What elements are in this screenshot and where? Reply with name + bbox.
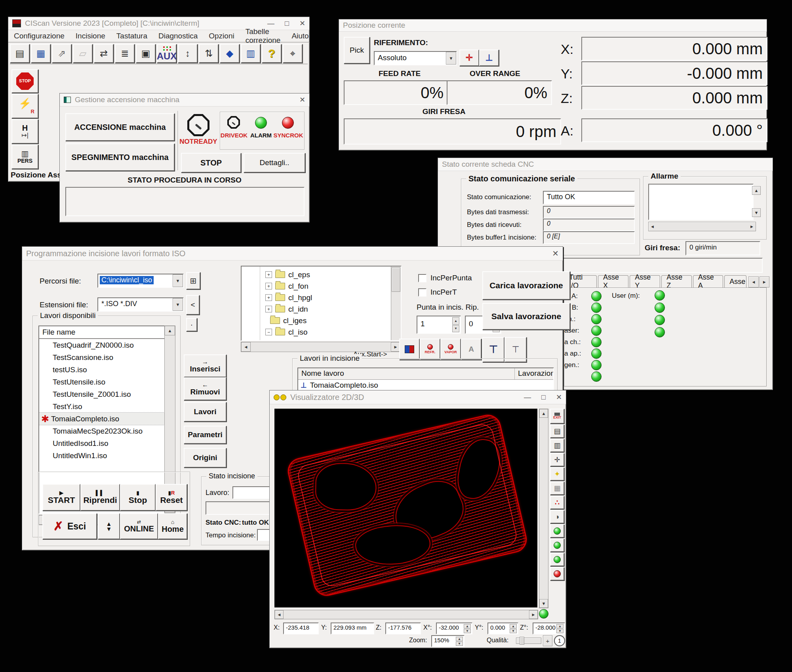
parametri-button[interactable]: Parametri xyxy=(184,426,227,444)
viewer-vscrollbar[interactable]: ▲ ▼ xyxy=(539,409,548,608)
close-icon[interactable]: ✕ xyxy=(556,393,562,402)
checkbox-icon[interactable] xyxy=(418,288,426,297)
offsets-button[interactable] xyxy=(199,44,219,63)
spin-down-icon[interactable]: ▼ xyxy=(510,629,517,633)
tool-ref-button[interactable] xyxy=(459,49,479,66)
riprendi-button[interactable]: ▌▌Riprendi xyxy=(80,484,120,511)
mouse-button[interactable] xyxy=(283,44,303,63)
angle-x-spinner[interactable]: -32.000▲▼ xyxy=(436,623,472,634)
titlebar-posizione[interactable]: Posizione corrente xyxy=(339,19,767,32)
aux-button[interactable]: AUX xyxy=(157,44,177,63)
menu-diagnostica[interactable]: Diagnostica xyxy=(158,32,198,40)
file-row[interactable]: UntitledIsod1.iso xyxy=(39,437,164,449)
close-icon[interactable]: ✕ xyxy=(552,249,559,258)
plug-home-button[interactable]: H ↦| xyxy=(11,119,38,144)
tab-scroll-right-icon[interactable]: ► xyxy=(760,276,769,287)
maximize-icon[interactable]: □ xyxy=(541,393,546,402)
estensioni-combobox[interactable]: *.ISO *.DIV ▼ xyxy=(97,297,184,312)
allarme-textarea[interactable] xyxy=(648,184,754,220)
file-row[interactable]: TestScansione.iso xyxy=(39,351,164,364)
probe-reset-button[interactable]: ⚡ R xyxy=(11,94,38,118)
spin-down-icon[interactable]: ▼ xyxy=(452,325,459,333)
tab-asse-a[interactable]: Asse A xyxy=(693,275,723,287)
menu-opzioni[interactable]: Opzioni xyxy=(208,32,235,40)
pers-button[interactable]: PERS xyxy=(11,145,38,169)
chevron-down-icon[interactable]: ▼ xyxy=(173,298,183,311)
folder-tree[interactable]: +cl_eps +cl_fon +cl_hpgl +cl_idn cl_iges… xyxy=(241,266,402,341)
scroll-down-icon[interactable]: ▼ xyxy=(752,208,761,217)
job-row[interactable]: TomaiaCompleto.iso xyxy=(298,380,553,391)
carica-lavorazione-button[interactable]: Carica lavorazione xyxy=(482,271,570,300)
spin-down-icon[interactable]: ▼ xyxy=(456,642,463,646)
spin-up-icon[interactable]: ▲ xyxy=(452,317,459,325)
pan-button[interactable] xyxy=(550,453,564,466)
quality-plus-button[interactable]: + xyxy=(543,635,552,646)
archive-button[interactable] xyxy=(136,44,156,63)
spin-up-icon[interactable]: ▲ xyxy=(456,637,463,641)
cnc-button[interactable] xyxy=(241,44,261,63)
scroll-up-icon[interactable]: ▲ xyxy=(752,186,761,195)
quality-slider[interactable] xyxy=(516,638,541,644)
viewer-print-button[interactable] xyxy=(550,439,564,452)
online-button[interactable]: ⇄ONLINE xyxy=(120,513,158,539)
spin-down-icon[interactable]: ▼ xyxy=(556,629,564,633)
jobs-table-header[interactable]: Nome lavoro Lavorazione xyxy=(298,368,553,380)
aux-vapor-button[interactable]: VAPOR xyxy=(440,339,461,360)
aux-refr-button[interactable]: REFR. xyxy=(420,339,440,360)
slider-thumb[interactable] xyxy=(520,637,524,645)
expand-icon[interactable]: + xyxy=(265,283,272,289)
sphere-view-button[interactable] xyxy=(550,567,564,581)
spin-up-icon[interactable]: ▲ xyxy=(510,624,517,628)
file-row[interactable]: UntitledWin1.iso xyxy=(39,449,164,462)
accensione-button[interactable]: ACCENSIONE macchina xyxy=(65,113,175,141)
tree-item[interactable]: cl_iges xyxy=(242,315,390,326)
expand-icon[interactable]: + xyxy=(265,294,272,301)
jog-updown-button[interactable]: ▲▼ xyxy=(98,513,120,539)
expand-icon[interactable]: − xyxy=(265,329,272,335)
tree-vscrollbar[interactable] xyxy=(391,267,401,340)
stop-sign-button[interactable]: STOP xyxy=(11,69,38,93)
angle-y-spinner[interactable]: 0.000▲▼ xyxy=(487,623,518,634)
engrave-button[interactable] xyxy=(220,44,240,63)
tab-asse-more[interactable]: Asse xyxy=(724,275,746,287)
tab-scroll-left-icon[interactable]: ◄ xyxy=(748,276,758,287)
machine-setup-button[interactable] xyxy=(31,44,51,63)
file-row-selected[interactable]: ✱ TomaiaCompleto.iso xyxy=(39,413,164,425)
titlebar-visualizzatore[interactable]: Visualizzatore 2D/3D — □ ✕ xyxy=(270,390,566,404)
menu-incisione[interactable]: Incisione xyxy=(75,32,106,40)
spegnimento-button[interactable]: SPEGNIMENTO macchina xyxy=(65,143,175,171)
hierarchy-button[interactable] xyxy=(115,44,135,63)
zoom-spinner[interactable]: 150%▲▼ xyxy=(431,635,465,647)
angle-z-spinner[interactable]: -28.000▲▼ xyxy=(533,623,565,634)
sphere-view-button[interactable] xyxy=(550,553,564,566)
incpert-checkbox[interactable]: IncPerT xyxy=(418,288,457,297)
esci-button[interactable]: Esci xyxy=(42,513,97,539)
cnc-stamp-button[interactable] xyxy=(73,44,93,63)
browse-tree-button[interactable] xyxy=(186,272,200,289)
close-icon[interactable]: ✕ xyxy=(299,95,305,104)
scroll-left-icon[interactable]: ◄ xyxy=(241,342,251,352)
scroll-left-icon[interactable]: ◄ xyxy=(275,610,284,619)
tree-item[interactable]: +cl_idn xyxy=(242,303,390,315)
spin-up-icon[interactable]: ▲ xyxy=(556,624,564,628)
dot-button[interactable]: · xyxy=(186,318,197,331)
origini-button[interactable]: Origini xyxy=(184,448,227,468)
maximize-icon[interactable]: □ xyxy=(285,19,289,28)
menu-configurazione[interactable]: Configurazione xyxy=(13,32,65,40)
tab-asse-x[interactable]: Asse X xyxy=(598,275,628,287)
rimuovi-button[interactable]: ← Rimuovi xyxy=(184,377,227,400)
inserisci-button[interactable]: → Inserisci xyxy=(184,354,227,377)
dettagli-button[interactable]: Dettagli.. xyxy=(244,153,305,173)
minimize-icon[interactable]: — xyxy=(267,19,274,28)
file-list-header[interactable]: File name xyxy=(39,326,164,339)
home-button[interactable]: Home xyxy=(158,513,187,539)
punta-spinner[interactable]: 1 ▲▼ xyxy=(417,316,461,334)
stop-button[interactable]: STOP xyxy=(181,153,241,173)
plug-button[interactable] xyxy=(178,44,198,63)
minimize-icon[interactable]: — xyxy=(524,393,531,402)
tree-item[interactable]: +cl_fon xyxy=(242,280,390,292)
stop-button[interactable]: ▮Stop xyxy=(120,484,156,511)
tool-anchor-button[interactable] xyxy=(479,49,499,66)
scroll-up-icon[interactable]: ▲ xyxy=(165,326,175,335)
file-row[interactable]: TestQuadrif_ZN0000.iso xyxy=(39,339,164,351)
